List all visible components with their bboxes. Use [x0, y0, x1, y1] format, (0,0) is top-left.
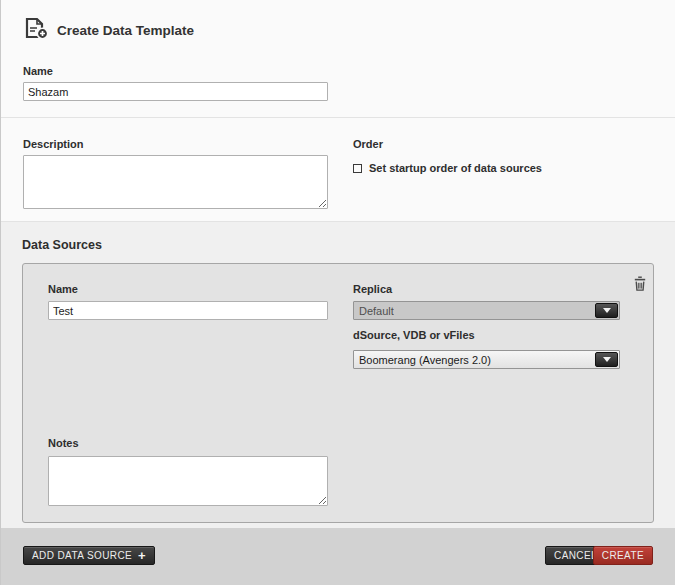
replica-selected-value: Default [359, 305, 394, 317]
add-data-source-label: ADD DATA SOURCE [32, 550, 132, 561]
startup-order-checkbox-row[interactable]: Set startup order of data sources [353, 162, 542, 174]
dsource-label: dSource, VDB or vFiles [353, 329, 475, 341]
dialog-title: Create Data Template [57, 23, 194, 38]
create-template-icon [23, 17, 49, 44]
create-button[interactable]: CREATE [593, 546, 653, 565]
order-label: Order [353, 138, 542, 150]
create-button-label: CREATE [602, 550, 644, 561]
trash-icon [633, 276, 647, 292]
dialog-header: Create Data Template [23, 0, 653, 44]
name-input[interactable] [23, 82, 328, 101]
replica-label: Replica [353, 283, 392, 295]
chevron-down-icon [603, 308, 611, 313]
notes-textarea[interactable] [48, 456, 328, 506]
source-name-input[interactable] [48, 301, 328, 320]
dsource-selected-value: Boomerang (Avengers 2.0) [359, 354, 491, 366]
dsource-dropdown-button[interactable] [595, 352, 618, 367]
order-column: Order Set startup order of data sources [353, 138, 542, 221]
description-textarea[interactable] [23, 155, 328, 209]
section-top: Create Data Template Name [1, 0, 675, 118]
source-name-label: Name [48, 283, 78, 295]
delete-data-source-button[interactable] [633, 276, 647, 292]
data-sources-heading: Data Sources [22, 238, 654, 252]
section-description-order: Description Order Set startup order of d… [1, 118, 675, 222]
startup-order-checkbox[interactable] [353, 164, 362, 173]
dsource-select[interactable]: Boomerang (Avengers 2.0) [353, 350, 620, 369]
startup-order-checkbox-label: Set startup order of data sources [369, 162, 542, 174]
create-data-template-dialog: Create Data Template Name Description Or… [0, 0, 675, 585]
chevron-down-icon [603, 357, 611, 362]
data-source-card: Name Replica Default dSource, VDB or vFi… [22, 263, 654, 523]
add-data-source-button[interactable]: ADD DATA SOURCE + [23, 546, 155, 565]
cancel-button-label: CANCEL [554, 550, 597, 561]
section-data-sources: Data Sources Name Replica Default dSourc… [1, 222, 675, 528]
name-label: Name [23, 65, 653, 77]
notes-label: Notes [48, 437, 79, 449]
replica-dropdown-button[interactable] [595, 303, 618, 318]
replica-select[interactable]: Default [353, 301, 620, 320]
description-label: Description [23, 138, 328, 150]
plus-icon: + [138, 549, 146, 562]
description-column: Description [23, 138, 328, 221]
dialog-footer: ADD DATA SOURCE + CANCEL CREATE [1, 528, 675, 585]
